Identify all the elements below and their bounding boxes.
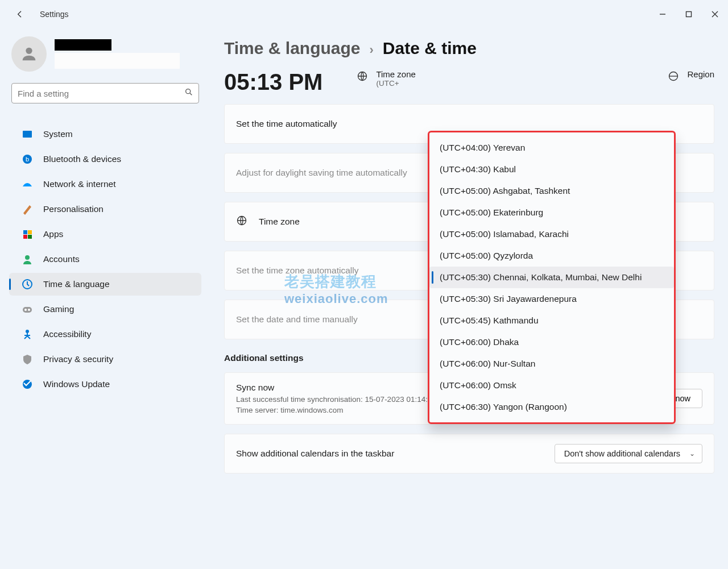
tz-option[interactable]: (UTC+05:30) Chennai, Kolkata, Mumbai, Ne… [429,267,674,288]
tz-option[interactable]: (UTC+04:00) Yerevan [429,137,674,159]
nav-item-label: Privacy & security [43,354,113,364]
nav-item-icon [22,354,33,365]
nav-item-label: Apps [43,229,63,239]
nav-item-accounts[interactable]: Accounts [9,248,201,271]
breadcrumb-current: Date & time [383,39,477,58]
nav-item-label: Bluetooth & devices [43,154,121,164]
sync-server: Time server: time.windows.com [236,406,436,414]
clock-row: 05:13 PM Time zone (UTC+ Region [224,69,714,95]
region-icon [668,70,679,85]
tz-option[interactable]: (UTC+06:00) Dhaka [429,331,674,353]
row-timezone-label: Time zone [259,217,300,227]
tz-option[interactable]: (UTC+04:30) Kabul [429,159,674,180]
nav-item-icon: b [22,153,33,165]
svg-rect-8 [23,235,27,239]
svg-rect-7 [28,230,32,234]
window-title: Settings [40,10,69,19]
tz-option[interactable]: (UTC+05:00) Qyzylorda [429,245,674,267]
breadcrumb-parent[interactable]: Time & language [224,39,361,58]
svg-rect-9 [28,235,32,239]
timezone-label: Time zone [376,69,415,79]
globe-clock-icon [236,215,247,229]
chevron-right-icon: › [370,43,374,57]
nav-item-personalisation[interactable]: Personalisation [9,198,201,221]
avatar [11,36,47,72]
minimize-button[interactable] [650,5,676,23]
nav-item-label: Network & internet [43,179,116,189]
nav-item-windows-update[interactable]: Windows Update [9,373,201,396]
nav-item-network-internet[interactable]: Network & internet [9,173,201,196]
close-button[interactable] [702,5,728,23]
nav-item-gaming[interactable]: Gaming [9,298,201,321]
svg-rect-12 [23,307,32,313]
tz-option[interactable]: (UTC+06:00) Omsk [429,375,674,396]
profile-block[interactable] [0,36,210,83]
timezone-dropdown[interactable]: (UTC+04:00) Yerevan(UTC+04:30) Kabul(UTC… [428,131,676,424]
nav-item-accessibility[interactable]: Accessibility [9,323,201,346]
svg-point-14 [28,309,30,311]
row-manual-time-label: Set the date and time manually [236,314,358,325]
timezone-block: Time zone (UTC+ [357,69,415,88]
nav-item-label: Windows Update [43,379,110,389]
tz-option[interactable]: (UTC+05:00) Islamabad, Karachi [429,223,674,245]
nav-item-privacy-security[interactable]: Privacy & security [9,348,201,371]
close-icon [712,11,718,18]
sync-last: Last successful time synchronisation: 15… [236,395,436,404]
search-icon [184,88,193,99]
titlebar: Settings [0,0,728,28]
timezone-value-truncated: (UTC+ [376,79,415,88]
breadcrumb: Time & language › Date & time [224,39,714,58]
svg-rect-3 [23,131,32,138]
calendars-dropdown[interactable]: Don't show additional calendars ⌄ [555,444,702,463]
nav-item-label: Accounts [43,254,80,264]
row-dst-label: Adjust for daylight saving time automati… [236,168,407,178]
maximize-button[interactable] [676,5,702,23]
nav-item-label: Personalisation [43,204,104,214]
svg-point-15 [26,330,29,333]
tz-option[interactable]: (UTC+06:00) Nur-Sultan [429,353,674,375]
nav-item-icon [22,254,33,265]
tz-option[interactable]: (UTC+06:30) Yangon (Rangoon) [429,396,674,418]
globe-clock-icon [357,70,368,85]
maximize-icon [685,11,692,18]
sync-title: Sync now [236,383,436,393]
nav-menu: SystembBluetooth & devicesNetwork & inte… [0,123,210,396]
row-calendars: Show additional calendars in the taskbar… [224,434,714,474]
svg-point-1 [26,48,32,54]
person-icon [19,44,39,64]
nav-item-icon [22,178,33,190]
sidebar: SystembBluetooth & devicesNetwork & inte… [0,28,210,569]
nav-item-icon [22,379,33,390]
current-time: 05:13 PM [224,69,322,95]
arrow-left-icon [15,10,24,19]
region-label: Region [687,69,714,79]
search-container [11,83,199,103]
region-block: Region [668,69,714,85]
svg-text:b: b [26,156,29,163]
row-auto-tz-label: Set the time zone automatically [236,265,358,276]
nav-item-system[interactable]: System [9,123,201,146]
nav-item-label: System [43,129,73,139]
tz-option[interactable]: (UTC+05:00) Ekaterinburg [429,202,674,223]
nav-item-time-language[interactable]: Time & language [9,273,201,296]
svg-point-13 [24,309,27,311]
nav-item-label: Time & language [43,279,110,289]
search-input[interactable] [11,83,199,103]
tz-option[interactable]: (UTC+05:00) Ashgabat, Tashkent [429,180,674,202]
nav-item-icon [22,304,33,315]
row-auto-time-label: Set the time automatically [236,119,337,129]
tz-option[interactable]: (UTC+05:30) Sri Jayawardenepura [429,288,674,310]
profile-name-redacted [55,39,111,51]
row-calendars-label: Show additional calendars in the taskbar [236,448,394,459]
back-button[interactable] [11,6,28,23]
nav-item-label: Accessibility [43,329,91,339]
minimize-icon [659,11,666,18]
nav-item-icon [22,229,33,240]
tz-option[interactable]: (UTC+05:45) Kathmandu [429,310,674,331]
nav-item-apps[interactable]: Apps [9,223,201,246]
nav-item-icon [22,329,33,340]
nav-item-label: Gaming [43,304,74,314]
svg-rect-6 [23,230,27,234]
nav-item-bluetooth-devices[interactable]: bBluetooth & devices [9,148,201,171]
svg-point-10 [25,255,30,260]
